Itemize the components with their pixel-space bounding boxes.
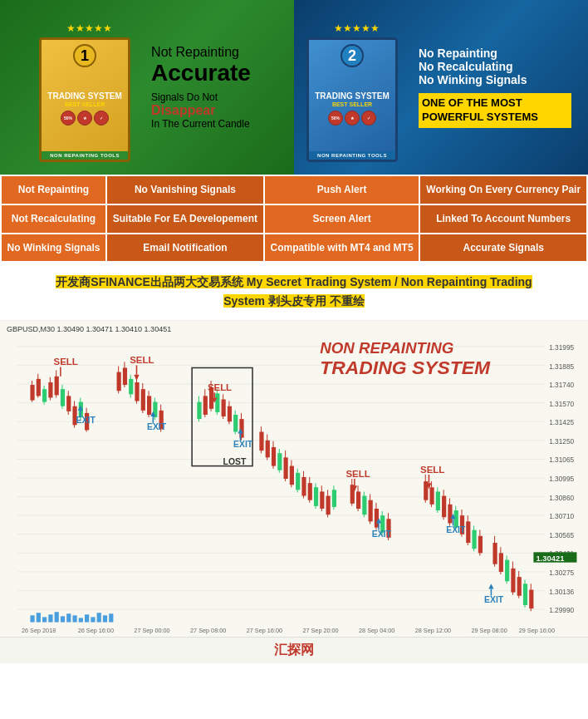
- svg-rect-156: [529, 590, 533, 609]
- accurate-label: Accurate: [151, 60, 251, 86]
- svg-text:SELL: SELL: [54, 357, 78, 367]
- stars-1: ★★★★★: [66, 22, 112, 34]
- svg-text:EXIT: EXIT: [484, 595, 504, 604]
- feature-cell: Not Repainting: [1, 175, 106, 204]
- svg-text:27 Sep 20:00: 27 Sep 20:00: [302, 627, 338, 634]
- feature-cell: Accurate Signals: [419, 234, 587, 263]
- svg-text:EXIT: EXIT: [372, 529, 392, 539]
- svg-text:1.30565: 1.30565: [549, 532, 574, 539]
- banner-left-text: Not Repainting Accurate Signals Do Not D…: [139, 32, 263, 142]
- svg-text:1.30421: 1.30421: [537, 554, 565, 563]
- signals-text: Signals Do Not Disappear In The Current …: [151, 91, 251, 130]
- svg-text:SELL: SELL: [420, 465, 444, 475]
- svg-rect-201: [66, 613, 71, 622]
- banner-right: ★★★★★ 2 TRADING SYSTEM BEST SELLER 50% ★…: [294, 0, 588, 175]
- svg-text:EXIT: EXIT: [446, 525, 466, 534]
- svg-text:SELL: SELL: [208, 382, 232, 392]
- badge-6: ✓: [361, 111, 376, 126]
- feature-cell: Compatible with MT4 and MT5: [264, 234, 420, 263]
- box-image-1: ★★★★★ 1 TRADING SYSTEM BEST SELLER 50% ★…: [39, 21, 139, 154]
- feature-cell: Linked To Account Numbers: [419, 204, 587, 234]
- svg-text:26 Sep 2018: 26 Sep 2018: [22, 627, 56, 634]
- svg-rect-146: [499, 554, 503, 573]
- svg-rect-140: [472, 530, 476, 549]
- badge-4: 50%: [328, 111, 343, 126]
- chart-header: GBPUSD,M30 1.30490 1.30471 1.30410 1.304…: [7, 325, 171, 333]
- top-banner: ★★★★★ 1 TRADING SYSTEM BEST SELLER 50% ★…: [0, 0, 588, 175]
- svg-rect-207: [103, 615, 107, 622]
- svg-text:28 Sep 04:00: 28 Sep 04:00: [359, 627, 394, 634]
- svg-text:EXIT: EXIT: [147, 423, 167, 432]
- svg-text:1.31885: 1.31885: [549, 363, 574, 371]
- svg-text:1.31250: 1.31250: [549, 438, 574, 446]
- description-bar: 开发商SFINANCE出品两大交易系统 My Secret Trading Sy…: [0, 263, 588, 321]
- svg-rect-51: [117, 372, 121, 392]
- svg-text:26 Sep 16:00: 26 Sep 16:00: [78, 627, 114, 634]
- svg-rect-198: [48, 614, 52, 622]
- svg-rect-208: [109, 613, 113, 622]
- svg-text:1.29990: 1.29990: [549, 607, 574, 614]
- banner-right-text: No Repainting No Recalculating No Winkin…: [406, 34, 584, 140]
- right-powerful: ONE OF THE MOST POWERFUL SYSTEMS: [419, 93, 571, 128]
- feature-cell: Email Notification: [106, 234, 264, 263]
- box-title-2: TRADING SYSTEM: [315, 91, 389, 101]
- svg-text:1.31425: 1.31425: [549, 420, 574, 427]
- svg-text:1.30136: 1.30136: [549, 588, 574, 596]
- svg-rect-199: [55, 612, 59, 622]
- features-table: Not RepaintingNo Vanishing SignalsPush A…: [0, 175, 588, 263]
- badge-5: ★: [345, 111, 360, 126]
- feature-cell: Not Recalculating: [1, 204, 106, 234]
- svg-text:LOST: LOST: [223, 457, 247, 466]
- badge-3: ✓: [94, 111, 109, 126]
- badge-1: 50%: [61, 111, 76, 126]
- svg-text:28 Sep 12:00: 28 Sep 12:00: [415, 627, 451, 634]
- right-line3: No Winking Signals: [419, 73, 571, 86]
- svg-rect-205: [91, 618, 95, 623]
- svg-text:SELL: SELL: [345, 469, 370, 479]
- svg-text:1.31995: 1.31995: [549, 344, 574, 352]
- svg-text:29 Sep 08:00: 29 Sep 08:00: [471, 627, 507, 634]
- svg-text:27 Sep 08:00: 27 Sep 08:00: [190, 627, 226, 634]
- svg-rect-206: [97, 613, 101, 622]
- svg-text:1.30860: 1.30860: [549, 495, 574, 502]
- badge-2: ★: [77, 111, 92, 126]
- disappear-text: Disappear: [151, 103, 215, 117]
- watermark-text: 汇探网: [274, 643, 314, 657]
- svg-text:SELL: SELL: [130, 356, 154, 366]
- svg-rect-53: [123, 368, 127, 386]
- stars-2: ★★★★★: [334, 22, 380, 34]
- svg-text:1.31065: 1.31065: [549, 457, 574, 465]
- svg-rect-74: [215, 393, 219, 412]
- svg-text:TRADING SYSTEM: TRADING SYSTEM: [320, 357, 491, 378]
- svg-text:1.30710: 1.30710: [549, 513, 574, 520]
- feature-cell: Suitable For EA Developement: [106, 204, 264, 234]
- svg-rect-195: [30, 615, 34, 622]
- svg-text:29 Sep 16:00: 29 Sep 16:00: [519, 627, 555, 634]
- svg-rect-203: [79, 618, 83, 623]
- svg-text:1.31570: 1.31570: [549, 401, 574, 408]
- footer-watermark: 汇探网: [0, 637, 588, 663]
- banner-left: ★★★★★ 1 TRADING SYSTEM BEST SELLER 50% ★…: [0, 0, 294, 175]
- box-subtitle-1: BEST SELLER: [65, 101, 105, 107]
- not-label-1: Not Repainting: [151, 45, 251, 60]
- box-number-1: 1: [73, 44, 96, 67]
- feature-cell: Push Alert: [264, 175, 420, 204]
- svg-rect-202: [72, 615, 76, 622]
- feature-cell: No Vanishing Signals: [106, 175, 264, 204]
- svg-rect-78: [228, 406, 232, 421]
- box-bottom-label-2: NON REPAINTING TOOLS: [309, 151, 395, 160]
- box-visual-2: 2 TRADING SYSTEM BEST SELLER 50% ★ ✓ NON…: [306, 37, 398, 162]
- right-line2: No Recalculating: [419, 60, 571, 73]
- box-title-1: TRADING SYSTEM: [47, 91, 121, 101]
- svg-rect-196: [37, 613, 41, 622]
- description-text: 开发商SFINANCE出品两大交易系统 My Secret Trading Sy…: [12, 273, 576, 310]
- svg-text:1.30275: 1.30275: [549, 569, 574, 577]
- svg-rect-204: [85, 614, 89, 622]
- right-line1: No Repainting: [419, 47, 571, 60]
- box-number-2: 2: [341, 44, 364, 67]
- box-visual-1: 1 TRADING SYSTEM BEST SELLER 50% ★ ✓ NON…: [39, 37, 130, 162]
- box-subtitle-2: BEST SELLER: [332, 101, 372, 107]
- svg-rect-31: [30, 385, 34, 400]
- svg-text:EXIT: EXIT: [233, 440, 253, 449]
- feature-cell: Screen Alert: [264, 204, 420, 234]
